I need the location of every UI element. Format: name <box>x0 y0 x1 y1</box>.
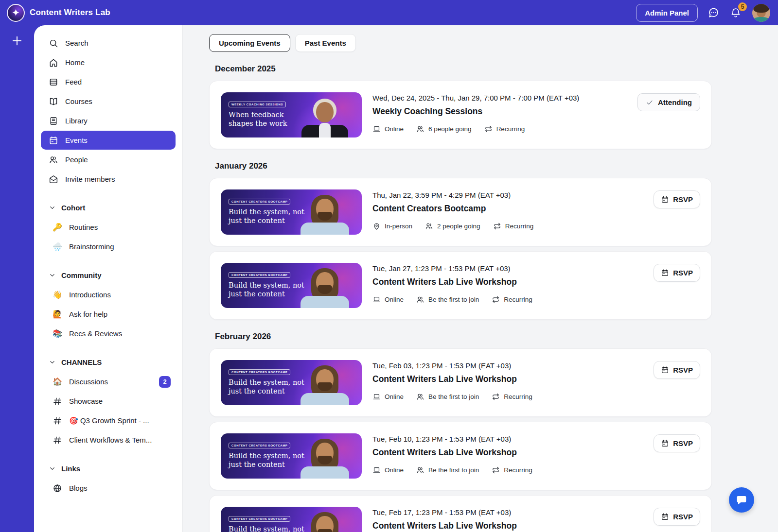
attending-button[interactable]: Attending <box>637 93 700 111</box>
sidebar-item-label: Home <box>65 58 85 67</box>
event-card[interactable]: CONTENT CREATORS BOOTCAMPBuild the syste… <box>209 178 712 246</box>
globe-icon <box>53 483 62 493</box>
recurring-icon <box>493 222 501 230</box>
sidebar-section-community[interactable]: Community <box>41 268 176 282</box>
event-action: RSVP <box>654 507 700 532</box>
event-card[interactable]: CONTENT CREATORS BOOTCAMPBuild the syste… <box>209 422 712 490</box>
event-banner-text: Build the system, not just the content <box>229 281 306 298</box>
unread-count-badge: 2 <box>159 376 171 388</box>
tab-past-events[interactable]: Past Events <box>295 34 356 52</box>
event-banner: CONTENT CREATORS BOOTCAMPBuild the syste… <box>221 433 362 479</box>
sidebar-item-label: Courses <box>65 97 92 105</box>
brand: Content Writers Lab <box>7 4 110 22</box>
sidebar-item-client-workflows-tem[interactable]: Client Workflows & Tem... <box>41 430 176 449</box>
admin-panel-button[interactable]: Admin Panel <box>636 4 698 22</box>
sidebar-item-introductions[interactable]: 👋Introductions <box>41 285 176 304</box>
event-location-label: Online <box>385 466 404 474</box>
sidebar-item-q3-growth-sprint[interactable]: 🎯 Q3 Growth Sprint - ... <box>41 411 176 430</box>
event-attendance: Be the first to join <box>416 295 479 304</box>
event-info: Tue, Feb 17, 1:23 PM - 1:53 PM (EAT +03)… <box>372 507 643 532</box>
tab-upcoming-events[interactable]: Upcoming Events <box>209 34 290 52</box>
add-community-button[interactable] <box>10 34 24 48</box>
event-tabs: Upcoming EventsPast Events <box>209 34 778 52</box>
screen: Content Writers Lab Admin Panel 5 Search… <box>0 0 778 532</box>
event-title: Content Writers Lab Live Workshop <box>372 277 643 287</box>
event-date: Tue, Jan 27, 1:23 PM - 1:53 PM (EAT +03) <box>372 264 643 273</box>
people-icon <box>416 466 424 474</box>
event-meta: OnlineBe the first to joinRecurring <box>372 295 643 304</box>
feed-icon <box>49 77 58 87</box>
sidebar-item-people[interactable]: People <box>41 150 176 169</box>
sidebar-item-search[interactable]: Search <box>41 34 176 52</box>
rsvp-button[interactable]: RSVP <box>654 190 700 208</box>
event-card[interactable]: WEEKLY COACHING SESSIONSWhen feedback sh… <box>209 81 712 149</box>
sidebar-section-channels[interactable]: CHANNELS <box>41 355 176 369</box>
month-february-2026: February 2026CONTENT CREATORS BOOTCAMPBu… <box>209 332 778 532</box>
search-icon <box>49 38 58 48</box>
event-card[interactable]: CONTENT CREATORS BOOTCAMPBuild the syste… <box>209 251 712 320</box>
rsvp-button[interactable]: RSVP <box>654 434 700 452</box>
sidebar-item-home[interactable]: Home <box>41 53 176 72</box>
sidebar-item-invite-members[interactable]: Invite members <box>41 170 176 189</box>
messages-button[interactable] <box>707 6 720 19</box>
community-title: Content Writers Lab <box>30 8 110 17</box>
event-action: Attending <box>637 92 700 137</box>
event-card[interactable]: CONTENT CREATORS BOOTCAMPBuild the syste… <box>209 348 712 417</box>
sidebar-item-library[interactable]: Library <box>41 111 176 130</box>
header-actions: Admin Panel 5 <box>636 4 770 22</box>
discussions-emoji-icon: 🏠 <box>53 377 62 386</box>
chat-dots-icon <box>707 7 719 18</box>
sidebar-item-events[interactable]: Events <box>41 131 176 150</box>
event-title: Content Writers Lab Live Workshop <box>372 521 643 531</box>
event-banner-text: Build the system, not just the content <box>229 378 306 395</box>
laptop-icon <box>372 295 381 304</box>
sidebar-item-showcase[interactable]: Showcase <box>41 392 176 411</box>
event-card[interactable]: CONTENT CREATORS BOOTCAMPBuild the syste… <box>209 495 712 532</box>
sidebar-section-cohort[interactable]: Cohort <box>41 200 176 215</box>
event-banner-person <box>301 513 349 532</box>
sidebar-item-courses[interactable]: Courses <box>41 92 176 111</box>
laptop-icon <box>372 393 381 401</box>
sidebar-item-label: Events <box>65 136 88 144</box>
notifications-button[interactable]: 5 <box>730 6 743 19</box>
event-banner-person <box>301 99 349 137</box>
event-recurring: Recurring <box>484 125 525 133</box>
sidebar-item-routines[interactable]: 🔑Routines <box>41 218 176 237</box>
event-recurring: Recurring <box>492 295 532 304</box>
brainstorming-emoji-icon: 🌧️ <box>53 242 62 251</box>
event-attendance: Be the first to join <box>416 393 479 401</box>
sidebar-item-ask-for-help[interactable]: 🙋Ask for help <box>41 305 176 324</box>
sidebar-item-discussions[interactable]: 🏠Discussions2 <box>41 372 176 391</box>
people-icon <box>416 295 424 304</box>
event-attendance-label: Be the first to join <box>428 393 479 400</box>
chat-widget-button[interactable] <box>729 487 754 513</box>
user-avatar[interactable] <box>752 4 770 22</box>
event-meta: Online6 people goingRecurring <box>372 125 627 133</box>
sidebar-item-feed[interactable]: Feed <box>41 72 176 91</box>
recurring-icon <box>492 393 500 401</box>
community-logo[interactable] <box>7 4 25 22</box>
rsvp-button[interactable]: RSVP <box>654 508 700 526</box>
sidebar-item-recs-reviews[interactable]: 📚Recs & Reviews <box>41 324 176 343</box>
sidebar-section-label: CHANNELS <box>61 358 102 366</box>
event-attendance-label: 6 people going <box>428 125 472 133</box>
event-action: RSVP <box>654 360 700 405</box>
event-banner-badge: CONTENT CREATORS BOOTCAMP <box>229 199 290 205</box>
event-info: Tue, Feb 10, 1:23 PM - 1:53 PM (EAT +03)… <box>372 433 643 479</box>
sidebar-section-links[interactable]: Links <box>41 461 176 476</box>
rsvp-button[interactable]: RSVP <box>654 361 700 379</box>
event-meta: In-person2 people goingRecurring <box>372 222 643 230</box>
rsvp-button[interactable]: RSVP <box>654 264 700 282</box>
month-heading: December 2025 <box>215 64 778 74</box>
event-banner: CONTENT CREATORS BOOTCAMPBuild the syste… <box>221 360 362 405</box>
sidebar-item-label: Invite members <box>65 175 115 183</box>
event-recurring-label: Recurring <box>504 466 532 474</box>
sidebar-item-blogs[interactable]: Blogs <box>41 479 176 498</box>
event-banner-person <box>301 196 349 235</box>
avatar-hair <box>753 4 769 13</box>
sparkle-star-icon <box>11 8 20 17</box>
sidebar-item-brainstorming[interactable]: 🌧️Brainstorming <box>41 237 176 256</box>
top-bar: Content Writers Lab Admin Panel 5 <box>0 0 778 25</box>
event-banner: CONTENT CREATORS BOOTCAMPBuild the syste… <box>221 507 362 532</box>
people-icon <box>416 393 424 401</box>
